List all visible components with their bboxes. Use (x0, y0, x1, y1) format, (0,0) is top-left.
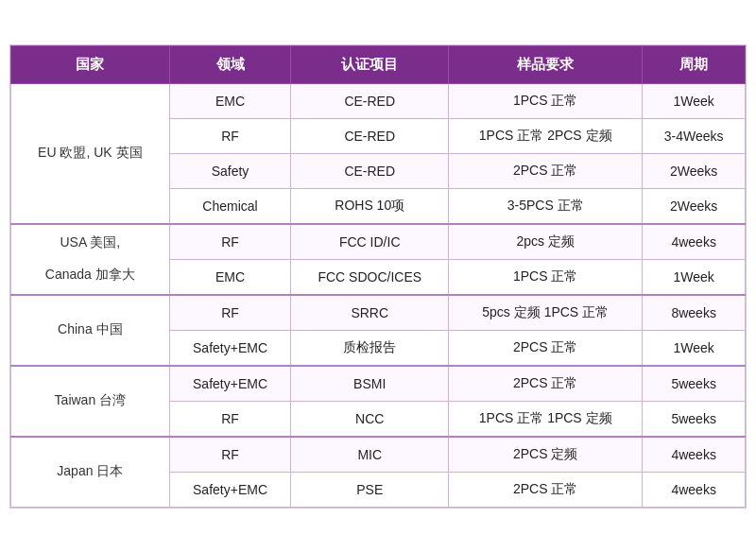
sample-cell: 2PCS 正常 (449, 472, 643, 507)
cert-cell: SRRC (291, 295, 449, 331)
period-cell: 2Weeks (643, 188, 746, 224)
cert-cell: MIC (291, 437, 449, 473)
country-cell: EU 欧盟, UK 英国 (11, 83, 170, 224)
domain-cell: EMC (169, 259, 291, 295)
domain-cell: RF (169, 401, 291, 437)
certification-table: 国家 领域 认证项目 样品要求 周期 EU 欧盟, UK 英国EMCCE-RED… (10, 45, 746, 508)
cert-cell: CE-RED (291, 153, 449, 188)
period-cell: 1Week (643, 83, 746, 118)
domain-cell: RF (169, 437, 291, 473)
header-period: 周期 (643, 45, 746, 83)
period-cell: 5weeks (643, 401, 746, 437)
domain-cell: Safety+EMC (169, 330, 291, 366)
sample-cell: 1PCS 正常 (449, 83, 643, 118)
main-table-container: 国家 领域 认证项目 样品要求 周期 EU 欧盟, UK 英国EMCCE-RED… (9, 44, 747, 509)
cert-cell: NCC (291, 401, 449, 437)
period-cell: 4weeks (643, 437, 746, 473)
country-cell: Japan 日本 (11, 437, 170, 508)
period-cell: 3-4Weeks (643, 118, 746, 153)
sample-cell: 2PCS 正常 (449, 153, 643, 188)
header-domain: 领域 (169, 45, 291, 83)
header-country: 国家 (11, 45, 170, 83)
period-cell: 5weeks (643, 366, 746, 402)
domain-cell: Safety (169, 153, 291, 188)
period-cell: 4weeks (643, 472, 746, 507)
sample-cell: 2PCS 定频 (449, 437, 643, 473)
country-cell: Taiwan 台湾 (11, 366, 170, 437)
period-cell: 1Week (643, 330, 746, 366)
cert-cell: ROHS 10项 (291, 188, 449, 224)
period-cell: 8weeks (643, 295, 746, 331)
cert-cell: CE-RED (291, 118, 449, 153)
table-row: Taiwan 台湾Safety+EMCBSMI2PCS 正常5weeks (11, 366, 746, 402)
sample-cell: 1PCS 正常 (449, 259, 643, 295)
header-cert: 认证项目 (291, 45, 449, 83)
domain-cell: Safety+EMC (169, 366, 291, 402)
cert-cell: PSE (291, 472, 449, 507)
sample-cell: 2pcs 定频 (449, 224, 643, 260)
country-cell: China 中国 (11, 295, 170, 366)
cert-cell: CE-RED (291, 83, 449, 118)
sample-cell: 2PCS 正常 (449, 366, 643, 402)
cert-cell: 质检报告 (291, 330, 449, 366)
period-cell: 4weeks (643, 224, 746, 260)
table-header-row: 国家 领域 认证项目 样品要求 周期 (11, 45, 746, 83)
period-cell: 2Weeks (643, 153, 746, 188)
sample-cell: 2PCS 正常 (449, 330, 643, 366)
sample-cell: 3-5PCS 正常 (449, 188, 643, 224)
table-row: Japan 日本RFMIC2PCS 定频4weeks (11, 437, 746, 473)
domain-cell: RF (169, 224, 291, 260)
domain-cell: Chemical (169, 188, 291, 224)
period-cell: 1Week (643, 259, 746, 295)
table-row: USA 美国, Canada 加拿大RFFCC ID/IC2pcs 定频4wee… (11, 224, 746, 260)
country-cell: USA 美国, Canada 加拿大 (11, 224, 170, 295)
cert-cell: FCC SDOC/ICES (291, 259, 449, 295)
table-row: China 中国RFSRRC5pcs 定频 1PCS 正常8weeks (11, 295, 746, 331)
header-sample: 样品要求 (449, 45, 643, 83)
domain-cell: RF (169, 295, 291, 331)
domain-cell: EMC (169, 83, 291, 118)
domain-cell: RF (169, 118, 291, 153)
cert-cell: BSMI (291, 366, 449, 402)
cert-cell: FCC ID/IC (291, 224, 449, 260)
table-row: EU 欧盟, UK 英国EMCCE-RED1PCS 正常1Week (11, 83, 746, 118)
sample-cell: 5pcs 定频 1PCS 正常 (449, 295, 643, 331)
sample-cell: 1PCS 正常 1PCS 定频 (449, 401, 643, 437)
sample-cell: 1PCS 正常 2PCS 定频 (449, 118, 643, 153)
domain-cell: Safety+EMC (169, 472, 291, 507)
